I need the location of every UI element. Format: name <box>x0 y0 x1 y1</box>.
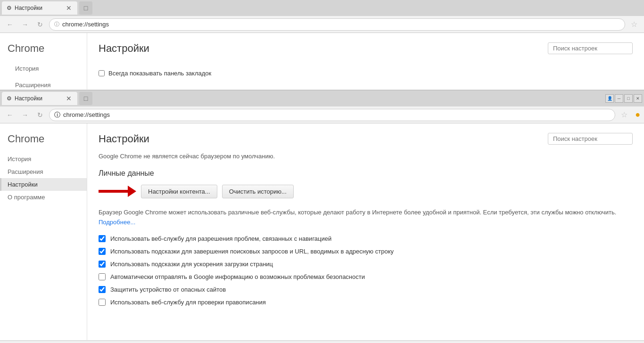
checkbox-5[interactable] <box>99 299 106 306</box>
close-btn[interactable]: ✕ <box>634 94 642 103</box>
tab-close-bottom[interactable]: ✕ <box>65 95 73 102</box>
new-tab-icon: □ <box>84 4 88 12</box>
main-header-top: Настройки <box>99 42 633 62</box>
url-text-bottom: chrome://settings <box>63 111 110 118</box>
tab-top[interactable]: ⚙ Настройки ✕ <box>2 1 77 15</box>
description-text: Браузер Google Chrome может использовать… <box>99 208 633 228</box>
new-tab-btn-top[interactable]: □ <box>79 1 92 15</box>
checkbox-3[interactable] <box>99 273 106 280</box>
tab-bottom-title: Настройки <box>15 95 42 102</box>
bookmark-btn-top[interactable]: ☆ <box>628 18 640 31</box>
checkbox-item-0: Использовать веб-службу для разрешения п… <box>99 235 633 242</box>
browser-window-bottom: ⚙ Настройки ✕ □ 👤 ─ □ ✕ ← → ↻ ⓘ chrome:/… <box>0 90 644 341</box>
sidebar-top: Chrome История Расширения <box>0 33 87 90</box>
sidebar-extensions-bottom[interactable]: Расширения <box>0 165 87 178</box>
sidebar-bottom: Chrome История Расширения Настройки О пр… <box>0 123 87 340</box>
main-top: Настройки Всегда показывать панель закла… <box>87 33 644 90</box>
checkboxes-list: Использовать веб-службу для разрешения п… <box>99 235 633 306</box>
content-top: Chrome История Расширения Настройки Всег… <box>0 33 644 90</box>
minimize-btn[interactable]: ─ <box>615 94 623 103</box>
search-input-bottom[interactable] <box>548 133 633 145</box>
more-link[interactable]: Подробнее... <box>99 219 135 226</box>
checkbox-label-1: Использовать подсказки для завершения по… <box>110 248 394 255</box>
lock-icon-bottom: ⓘ <box>54 111 60 119</box>
address-bar-top[interactable]: ⓘ chrome://settings <box>49 18 625 31</box>
main-header-bottom: Настройки <box>99 133 633 145</box>
page-title-bottom: Настройки <box>99 133 149 145</box>
tab-bar-bottom: ⚙ Настройки ✕ □ 👤 ─ □ ✕ <box>0 90 644 106</box>
reload-btn-top[interactable]: ↻ <box>34 18 46 31</box>
bookmarks-bar-checkbox[interactable] <box>99 70 105 76</box>
main-content-bottom: Настройки Google Chrome не является сейч… <box>87 123 644 340</box>
tab-top-title: Настройки <box>15 5 42 11</box>
forward-btn-top[interactable]: → <box>19 18 31 31</box>
sidebar-about-bottom[interactable]: О программе <box>0 191 87 204</box>
content-settings-btn[interactable]: Настройки контента... <box>141 185 217 198</box>
chrome-logo-top: Chrome <box>8 42 79 55</box>
lock-icon-top: ⓘ <box>54 21 59 28</box>
personal-data-title: Личные данные <box>99 169 633 178</box>
clear-history-btn[interactable]: Очистить историю... <box>222 185 294 198</box>
orange-circle-icon: ● <box>635 110 640 120</box>
checkbox-label-2: Использовать подсказки для ускорения заг… <box>110 261 273 268</box>
back-btn-top[interactable]: ← <box>4 18 16 31</box>
new-tab-icon-bottom: □ <box>84 95 88 102</box>
checkbox-item-5: Использовать веб-службу для проверки пра… <box>99 299 633 306</box>
maximize-btn[interactable]: □ <box>624 94 633 103</box>
bookmarks-bar-label: Всегда показывать панель закладок <box>108 70 211 77</box>
buttons-row: Настройки контента... Очистить историю..… <box>99 184 633 198</box>
checkbox-item-1: Использовать подсказки для завершения по… <box>99 248 633 255</box>
tab-bar-top: ⚙ Настройки ✕ □ <box>0 0 644 16</box>
user-icon-btn[interactable]: 👤 <box>605 94 614 103</box>
checkbox-label-5: Использовать веб-службу для проверки пра… <box>110 299 266 306</box>
checkbox-4[interactable] <box>99 286 106 293</box>
reload-btn-bottom[interactable]: ↻ <box>34 109 46 121</box>
sidebar-history-bottom[interactable]: История <box>0 153 87 165</box>
checkbox-item-2: Использовать подсказки для ускорения заг… <box>99 261 633 268</box>
checkbox-label-3: Автоматически отправлять в Google информ… <box>110 273 365 280</box>
sidebar-extensions-top[interactable]: Расширения <box>8 79 79 90</box>
checkbox-0[interactable] <box>99 235 106 242</box>
url-text-top: chrome://settings <box>62 21 109 28</box>
search-input-top[interactable] <box>548 42 633 54</box>
bookmark-btn-bottom[interactable]: ☆ <box>618 109 630 121</box>
settings-icon-bottom: ⚙ <box>7 95 12 102</box>
default-browser-message: Google Chrome не является сейчас браузер… <box>99 153 633 160</box>
tab-close-top[interactable]: ✕ <box>65 4 73 12</box>
window-controls: 👤 ─ □ ✕ <box>605 94 642 103</box>
bookmarks-bar-row: Всегда показывать панель закладок <box>99 70 633 77</box>
page-title-top: Настройки <box>99 42 149 55</box>
chrome-logo-bottom: Chrome <box>0 133 87 145</box>
nav-bar-bottom: ← → ↻ ⓘ chrome://settings ☆ ● <box>0 106 644 123</box>
red-arrow-indicator <box>99 184 136 198</box>
sidebar-settings-bottom[interactable]: Настройки <box>0 178 87 191</box>
forward-btn-bottom[interactable]: → <box>19 109 31 121</box>
checkbox-item-3: Автоматически отправлять в Google информ… <box>99 273 633 280</box>
sidebar-history-top[interactable]: История <box>8 62 79 75</box>
browser-window-top: ⚙ Настройки ✕ □ ← → ↻ ⓘ chrome://setting… <box>0 0 644 90</box>
checkbox-label-0: Использовать веб-службу для разрешения п… <box>110 235 331 242</box>
address-bar-bottom[interactable]: ⓘ chrome://settings <box>49 109 615 121</box>
settings-icon: ⚙ <box>7 5 12 11</box>
new-tab-btn-bottom[interactable]: □ <box>79 92 92 105</box>
checkbox-2[interactable] <box>99 261 106 268</box>
nav-bar-top: ← → ↻ ⓘ chrome://settings ☆ <box>0 16 644 33</box>
back-btn-bottom[interactable]: ← <box>4 109 16 121</box>
checkbox-1[interactable] <box>99 248 106 255</box>
tab-bottom[interactable]: ⚙ Настройки ✕ <box>2 92 77 105</box>
checkbox-label-4: Защитить устройство от опасных сайтов <box>110 286 226 293</box>
content-bottom: Chrome История Расширения Настройки О пр… <box>0 123 644 340</box>
checkbox-item-4: Защитить устройство от опасных сайтов <box>99 286 633 293</box>
